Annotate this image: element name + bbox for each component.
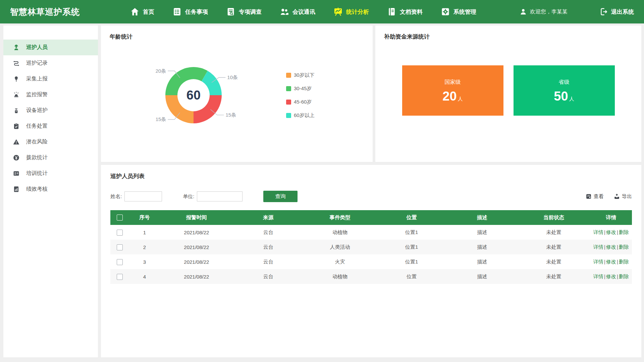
sidebar-item[interactable]: 巡护人员	[3, 40, 98, 55]
donut-center-total: 60	[186, 88, 201, 102]
nav-item[interactable]: 会议通讯	[280, 7, 315, 16]
row-checkbox[interactable]	[117, 259, 123, 265]
view-icon	[586, 193, 592, 199]
row-edit-link[interactable]: 修改	[606, 244, 616, 250]
sidebar-item-label: 培训统计	[26, 170, 48, 177]
funding-card-unit: 人	[569, 96, 574, 102]
welcome-user: 欢迎您，李某某	[520, 8, 568, 15]
sidebar-item[interactable]: 采集上报	[3, 71, 98, 87]
table-column-header: 事件类型	[304, 210, 377, 225]
collect-report-icon	[13, 75, 20, 82]
nav-item[interactable]: 专项调查	[226, 7, 262, 16]
cell-location: 位置	[376, 269, 447, 284]
legend-item: 45-60岁	[286, 99, 315, 105]
nav-item[interactable]: 任务事项	[172, 7, 208, 16]
patrol-person-icon	[13, 44, 20, 51]
cell-alarm-time: 2021/08/22	[160, 269, 233, 284]
logout-icon	[599, 7, 608, 16]
sidebar-item[interactable]: 任务处置	[3, 118, 98, 134]
row-checkbox[interactable]	[117, 274, 123, 280]
row-delete-link[interactable]: 删除	[619, 259, 629, 264]
cell-seq: 4	[129, 269, 160, 284]
row-checkbox[interactable]	[117, 244, 123, 250]
nav-item-label: 会议通讯	[292, 8, 315, 16]
donut-value-label: 15条	[156, 116, 166, 122]
cell-alarm-time: 2021/08/22	[160, 225, 233, 240]
table-column-header: 位置	[376, 210, 447, 225]
row-detail-link[interactable]: 详情	[593, 229, 603, 235]
sidebar-item-label: 任务处置	[26, 123, 48, 130]
nav-item[interactable]: 首页	[130, 7, 154, 16]
sidebar-item[interactable]: 设备巡护	[3, 103, 98, 118]
cell-event-type: 动植物	[304, 225, 377, 240]
legend-label: 45-60岁	[294, 99, 312, 105]
row-edit-link[interactable]: 修改	[606, 259, 616, 264]
select-all-checkbox[interactable]	[117, 215, 123, 221]
export-button[interactable]: 导出	[614, 193, 632, 200]
legend-item: 30岁以下	[286, 72, 315, 78]
survey-icon	[226, 7, 235, 16]
body: 巡护人员 巡护记录 采集上报 监控报警	[0, 23, 644, 362]
meeting-icon	[280, 7, 289, 16]
row-detail-link[interactable]: 详情	[593, 244, 603, 250]
row-delete-link[interactable]: 删除	[619, 229, 629, 235]
age-chart-legend: 30岁以下30-45岁45-60岁60岁以上	[286, 72, 315, 119]
row-delete-link[interactable]: 删除	[619, 244, 629, 250]
table-column-header: 报警时间	[160, 210, 233, 225]
app-title: 智慧林草巡护系统	[10, 6, 80, 17]
funding-yen-icon	[13, 154, 20, 161]
row-edit-link[interactable]: 修改	[606, 229, 616, 235]
age-donut-svg: 15条20条10条15条60	[110, 47, 277, 144]
legend-swatch	[286, 113, 291, 118]
top-row: 年龄统计 15条20条10条15条60 30岁以下30-45岁45-60岁60岁…	[101, 25, 641, 162]
funding-card-label: 省级	[559, 79, 570, 86]
table-column-header: 序号	[129, 210, 160, 225]
sidebar-item-label: 设备巡护	[26, 107, 48, 114]
sidebar-item[interactable]: 绩效考核	[3, 181, 98, 197]
legend-label: 30-45岁	[294, 85, 312, 92]
nav-item[interactable]: 文档资料	[387, 7, 423, 16]
tasks-icon	[172, 7, 182, 16]
cell-status: 未处置	[517, 269, 590, 284]
funding-panel: 补助资金来源统计 国家级 20 人	[375, 25, 641, 162]
name-filter-input[interactable]	[124, 191, 162, 201]
export-icon	[614, 193, 620, 199]
unit-filter-input[interactable]	[197, 191, 243, 201]
nav-item[interactable]: 系统管理	[441, 7, 476, 16]
cell-status: 未处置	[517, 225, 590, 240]
risk-warning-icon	[13, 138, 20, 145]
legend-swatch	[286, 100, 291, 105]
sidebar-item-label: 监控报警	[26, 91, 48, 98]
sidebar-item[interactable]: 潜在风险	[3, 134, 98, 150]
nav-item-label: 任务事项	[185, 8, 208, 16]
search-button[interactable]: 查询	[263, 191, 298, 202]
legend-label: 30岁以下	[294, 72, 315, 78]
donut-value-label: 10条	[227, 74, 238, 80]
row-detail-link[interactable]: 详情	[593, 259, 603, 264]
logout-button[interactable]: 退出系统	[599, 7, 634, 16]
sidebar-item[interactable]: 巡护记录	[3, 55, 98, 71]
sidebar-item-label: 绩效考核	[26, 186, 48, 193]
table-column-header: 当前状态	[517, 210, 590, 225]
monitor-alarm-icon	[13, 91, 20, 98]
legend-item: 60岁以上	[286, 112, 315, 119]
cell-location: 位置1	[376, 225, 447, 240]
row-detail-link[interactable]: 详情	[593, 274, 603, 279]
sidebar-item[interactable]: 培训统计	[3, 166, 98, 181]
funding-card-value: 20	[442, 90, 457, 103]
view-button[interactable]: 查看	[586, 193, 604, 200]
cell-detail-actions: 详情|修改|删除	[590, 240, 632, 254]
nav-item[interactable]: 统计分析	[333, 7, 369, 16]
cell-event-type: 动植物	[304, 269, 377, 284]
sidebar-item[interactable]: 拨款统计	[3, 150, 98, 166]
sidebar-item-label: 潜在风险	[26, 138, 48, 145]
cell-seq: 3	[129, 254, 160, 269]
cell-description: 描述	[447, 240, 517, 254]
name-filter-label: 姓名:	[110, 193, 122, 200]
row-edit-link[interactable]: 修改	[606, 274, 616, 279]
row-delete-link[interactable]: 删除	[619, 274, 629, 279]
cell-event-type: 人类活动	[304, 240, 377, 254]
row-checkbox[interactable]	[117, 230, 123, 236]
sidebar-item[interactable]: 监控报警	[3, 87, 98, 103]
main-nav: 首页 任务事项 专项调查 会议通讯	[130, 7, 476, 16]
